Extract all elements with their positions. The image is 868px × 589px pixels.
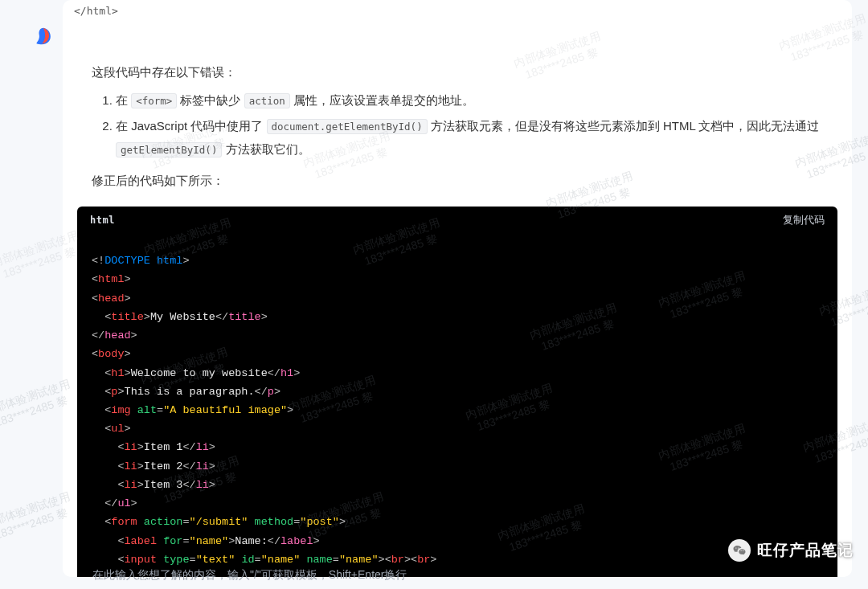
copy-code-button[interactable]: 复制代码: [783, 213, 825, 227]
assistant-avatar-icon: [32, 26, 55, 48]
error-list: 在 <form> 标签中缺少 action 属性，应该设置表单提交的地址。 在 …: [92, 88, 825, 161]
assistant-message-card: </html> 这段代码中存在以下错误： 在 <form> 标签中缺少 acti…: [63, 0, 852, 577]
error-item-2: 在 JavaScript 代码中使用了 document.getElementB…: [116, 114, 825, 162]
wechat-icon: [728, 539, 751, 562]
code-chip-form: <form>: [131, 93, 177, 108]
chat-input[interactable]: 在此输入您想了解的内容，输入"/"可获取模板，Shift+Enter换行: [92, 568, 407, 583]
channel-name: 旺仔产品笔记: [757, 540, 854, 561]
code-body[interactable]: <!DOCTYPE html> <html> <head> <title>My …: [77, 234, 837, 577]
corrected-intro: 修正后的代码如下所示：: [92, 169, 825, 192]
intro-line: 这段代码中存在以下错误：: [92, 60, 825, 84]
explanation-text: 这段代码中存在以下错误： 在 <form> 标签中缺少 action 属性，应该…: [63, 17, 852, 198]
channel-badge: 旺仔产品笔记: [728, 539, 854, 562]
code-block: html 复制代码 <!DOCTYPE html> <html> <head> …: [77, 207, 837, 577]
error-item-1: 在 <form> 标签中缺少 action 属性，应该设置表单提交的地址。: [116, 88, 825, 112]
code-chip-getid1: document.getElementById(): [267, 119, 428, 134]
code-lang-label: html: [90, 215, 115, 226]
code-chip-action: action: [244, 93, 290, 108]
code-chip-getid2: getElementById(): [116, 142, 222, 157]
prev-code-tail: </html>: [71, 0, 852, 17]
